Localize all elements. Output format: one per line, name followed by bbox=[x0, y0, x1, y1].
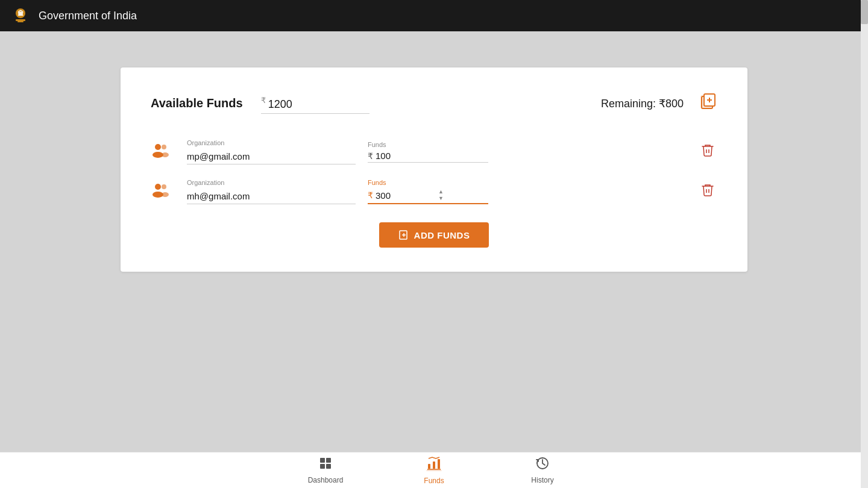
add-funds-row: ADD FUNDS bbox=[151, 222, 717, 248]
user-icon-1 bbox=[151, 140, 175, 164]
org-label-1: Organization bbox=[187, 139, 356, 146]
available-funds-row: Available Funds ₹ Remaining: ₹800 bbox=[151, 92, 717, 115]
svg-rect-2 bbox=[17, 21, 24, 22]
svg-point-16 bbox=[155, 184, 161, 190]
org-field-1: Organization bbox=[187, 139, 356, 164]
funds-amount-input-2[interactable] bbox=[376, 190, 436, 201]
entry-row-2: Organization Funds ₹ ▲ ▼ bbox=[151, 179, 717, 204]
nav-item-funds[interactable]: Funds bbox=[380, 451, 488, 488]
available-funds-right: Remaining: ₹800 bbox=[601, 92, 717, 115]
delete-icon-1[interactable] bbox=[698, 143, 717, 161]
svg-rect-1 bbox=[16, 19, 25, 21]
funds-field-2: Funds ₹ ▲ ▼ bbox=[368, 179, 488, 204]
add-copy-icon[interactable] bbox=[698, 92, 717, 115]
rupee-1: ₹ bbox=[368, 151, 373, 161]
svg-rect-27 bbox=[320, 464, 325, 469]
svg-point-10 bbox=[155, 144, 161, 150]
funds-label-2: Funds bbox=[368, 179, 488, 186]
add-funds-button[interactable]: ADD FUNDS bbox=[379, 222, 489, 248]
svg-rect-25 bbox=[320, 458, 325, 463]
remaining-text: Remaining: ₹800 bbox=[601, 97, 684, 110]
funds-icon bbox=[426, 455, 442, 475]
svg-point-18 bbox=[162, 184, 166, 189]
header: 🏛 Government of India bbox=[0, 0, 868, 31]
org-input-1[interactable] bbox=[187, 149, 356, 164]
header-title: Government of India bbox=[39, 10, 137, 22]
svg-point-13 bbox=[162, 152, 169, 157]
add-funds-icon bbox=[398, 230, 409, 240]
svg-rect-28 bbox=[326, 464, 331, 469]
delete-icon-2[interactable] bbox=[698, 183, 717, 201]
svg-rect-29 bbox=[428, 464, 430, 469]
scrollbar[interactable] bbox=[861, 0, 868, 488]
svg-rect-26 bbox=[326, 458, 331, 463]
funds-amount-wrapper-2: ₹ ▲ ▼ bbox=[368, 189, 488, 204]
funds-amount-input-1[interactable] bbox=[376, 151, 448, 161]
funds-field-1: Funds ₹ bbox=[368, 141, 488, 163]
svg-text:🏛: 🏛 bbox=[17, 10, 24, 17]
main-content: Available Funds ₹ Remaining: ₹800 bbox=[0, 31, 868, 452]
nav-label-history: History bbox=[531, 476, 553, 484]
svg-point-19 bbox=[162, 192, 169, 197]
svg-point-12 bbox=[162, 145, 166, 149]
nav-label-funds: Funds bbox=[424, 477, 444, 485]
org-input-2[interactable] bbox=[187, 189, 356, 204]
govt-logo: 🏛 bbox=[10, 5, 31, 27]
svg-rect-31 bbox=[438, 459, 440, 469]
available-funds-left: Available Funds ₹ bbox=[151, 93, 370, 114]
funds-card: Available Funds ₹ Remaining: ₹800 bbox=[121, 67, 747, 272]
scrollbar-thumb[interactable] bbox=[861, 0, 868, 24]
add-funds-label: ADD FUNDS bbox=[414, 230, 470, 240]
bottom-nav: Dashboard Funds History bbox=[0, 452, 868, 488]
rupee-2: ₹ bbox=[368, 190, 373, 200]
org-label-2: Organization bbox=[187, 179, 356, 186]
nav-item-history[interactable]: History bbox=[488, 451, 597, 488]
org-field-2: Organization bbox=[187, 179, 356, 204]
available-funds-input[interactable] bbox=[261, 93, 370, 114]
spinner-down[interactable]: ▼ bbox=[438, 195, 444, 202]
user-icon-2 bbox=[151, 180, 175, 204]
nav-label-dashboard: Dashboard bbox=[308, 476, 344, 484]
funds-input-wrapper: ₹ bbox=[261, 93, 370, 114]
available-funds-label: Available Funds bbox=[151, 96, 243, 110]
spinner-2[interactable]: ▲ ▼ bbox=[438, 189, 444, 202]
funds-label-1: Funds bbox=[368, 141, 488, 148]
funds-amount-wrapper-1: ₹ bbox=[368, 151, 488, 163]
dashboard-icon bbox=[318, 456, 333, 474]
spinner-up[interactable]: ▲ bbox=[438, 189, 444, 195]
history-icon bbox=[535, 456, 550, 474]
entry-row-1: Organization Funds ₹ bbox=[151, 139, 717, 164]
funds-currency-hint: ₹ bbox=[261, 96, 266, 105]
svg-rect-30 bbox=[433, 461, 435, 469]
nav-item-dashboard[interactable]: Dashboard bbox=[271, 451, 380, 488]
